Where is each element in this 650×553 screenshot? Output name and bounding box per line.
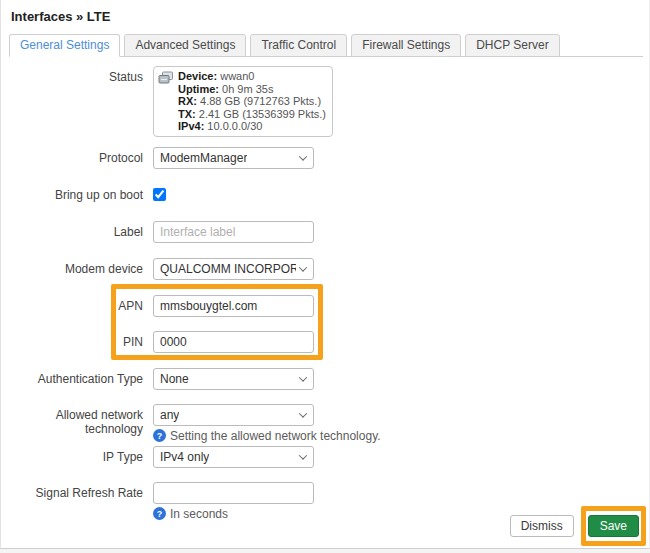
tab-bar: General Settings Advanced Settings Traff… — [9, 34, 643, 57]
header: Interfaces » LTE — [1, 0, 649, 29]
apn-input[interactable] — [153, 295, 314, 317]
bring-up-checkbox[interactable] — [153, 188, 166, 201]
status-box: Device: wwan0 Uptime: 0h 9m 35s RX: 4.88… — [153, 66, 333, 137]
bring-up-row: Bring up on boot — [11, 184, 641, 206]
apn-label: APN — [11, 299, 143, 313]
chevron-down-icon — [299, 451, 307, 459]
interface-label-input[interactable] — [153, 221, 314, 243]
general-settings-form: Status Device: wwan0 Uptime: 0h 9m 35s R… — [1, 57, 649, 521]
auth-type-row: Authentication Type None — [11, 368, 641, 390]
dismiss-button[interactable]: Dismiss — [510, 515, 574, 537]
status-line-rx: RX: 4.88 GB (9712763 Pkts.) — [178, 95, 326, 108]
ip-type-select[interactable]: IPv4 only — [153, 446, 314, 468]
network-interface-icon — [158, 71, 174, 85]
protocol-row: Protocol ModemManager — [11, 147, 641, 169]
chevron-down-icon — [299, 373, 307, 381]
help-icon — [153, 507, 166, 520]
ip-type-label: IP Type — [11, 450, 143, 464]
status-line-tx: TX: 2.41 GB (13536399 Pkts.) — [178, 108, 326, 121]
chevron-down-icon — [299, 152, 307, 160]
pin-row: PIN — [11, 331, 641, 353]
interface-settings-modal: Interfaces » LTE General Settings Advanc… — [0, 0, 650, 549]
pin-input[interactable] — [153, 331, 314, 353]
network-tech-label: Allowed network technology — [11, 404, 143, 436]
protocol-label: Protocol — [11, 151, 143, 165]
label-label: Label — [11, 225, 143, 239]
modem-device-label: Modem device — [11, 262, 143, 276]
tab-traffic-control[interactable]: Traffic Control — [250, 34, 347, 57]
tab-dhcp-server[interactable]: DHCP Server — [465, 34, 559, 57]
action-bar: Dismiss Save — [510, 515, 639, 537]
status-lines: Device: wwan0 Uptime: 0h 9m 35s RX: 4.88… — [178, 70, 326, 133]
status-line-ipv4: IPv4: 10.0.0.0/30 — [178, 120, 326, 133]
tab-general-settings[interactable]: General Settings — [9, 34, 120, 57]
network-tech-hint: Setting the allowed network technology. — [153, 429, 381, 443]
save-button-wrap: Save — [588, 515, 639, 537]
signal-refresh-label: Signal Refresh Rate — [11, 482, 143, 500]
auth-type-label: Authentication Type — [11, 372, 143, 386]
modem-device-row: Modem device QUALCOMM INCORPORATE — [11, 258, 641, 280]
ip-type-row: IP Type IPv4 only — [11, 446, 641, 468]
status-line-device: Device: wwan0 — [178, 70, 326, 83]
auth-type-select[interactable]: None — [153, 368, 314, 390]
signal-refresh-hint: In seconds — [153, 507, 314, 521]
page-title: Interfaces » LTE — [11, 9, 639, 24]
apn-row: APN — [11, 295, 641, 317]
help-icon — [153, 429, 166, 442]
tab-advanced-settings[interactable]: Advanced Settings — [124, 34, 246, 57]
protocol-select[interactable]: ModemManager — [153, 147, 314, 169]
status-label: Status — [11, 66, 143, 84]
modem-device-select[interactable]: QUALCOMM INCORPORATE — [153, 258, 314, 280]
tab-firewall-settings[interactable]: Firewall Settings — [351, 34, 461, 57]
pin-label: PIN — [11, 335, 143, 349]
network-tech-row: Allowed network technology any Setting t… — [11, 404, 641, 443]
bring-up-label: Bring up on boot — [11, 188, 143, 202]
signal-refresh-input[interactable] — [153, 482, 314, 504]
network-tech-select[interactable]: any — [153, 404, 314, 426]
label-row: Label — [11, 221, 641, 243]
status-row: Status Device: wwan0 Uptime: 0h 9m 35s R… — [11, 66, 641, 137]
status-line-uptime: Uptime: 0h 9m 35s — [178, 83, 326, 96]
save-button[interactable]: Save — [588, 515, 639, 537]
chevron-down-icon — [299, 409, 307, 417]
apn-pin-group: APN PIN — [11, 295, 641, 353]
chevron-down-icon — [299, 263, 307, 271]
